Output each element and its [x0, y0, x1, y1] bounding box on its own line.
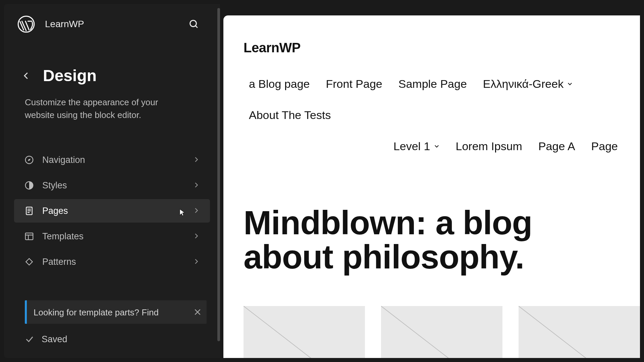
menu-item-label: Patterns — [42, 257, 193, 267]
menu-item-label: Styles — [42, 180, 193, 191]
notice-dismiss-button[interactable] — [192, 306, 203, 318]
back-button[interactable] — [19, 68, 34, 83]
menu-item-patterns[interactable]: Patterns — [14, 250, 210, 274]
panel-description: Customize the appearance of your website… — [4, 85, 192, 121]
preview-nav: a Blog page Front Page Sample Page Ελλην… — [223, 55, 626, 159]
menu-item-styles[interactable]: Styles — [14, 174, 210, 197]
nav-link-label: Front Page — [326, 71, 382, 97]
nav-link-submenu[interactable]: Level 1 — [385, 134, 448, 159]
nav-link-label: Ελληνικά-Greek — [483, 71, 564, 97]
nav-link-label: a Blog page — [249, 71, 310, 97]
preview-post-grid — [223, 274, 640, 358]
compass-icon — [23, 154, 35, 166]
panel-title: Design — [43, 66, 97, 85]
nav-link-label: Level 1 — [393, 134, 430, 159]
chevron-down-icon — [434, 143, 440, 149]
menu-item-pages[interactable]: Pages — [14, 199, 210, 223]
search-icon — [189, 19, 199, 29]
chevron-right-icon — [193, 232, 201, 240]
nav-link-label: Page A — [538, 134, 575, 159]
placeholder-icon — [244, 306, 365, 358]
chevron-right-icon — [193, 258, 201, 266]
notice-text: Looking for template parts? Find — [34, 307, 159, 317]
svg-line-2 — [196, 26, 198, 28]
check-icon — [25, 335, 35, 345]
nav-link[interactable]: Sample Page — [390, 71, 475, 97]
nav-link[interactable]: Page A — [530, 134, 583, 159]
diamond-icon — [23, 256, 35, 267]
svg-line-15 — [244, 306, 365, 358]
sidebar-scrollbar[interactable] — [217, 8, 220, 341]
menu-item-navigation[interactable]: Navigation — [14, 148, 210, 172]
contrast-icon — [23, 180, 35, 191]
layout-icon — [23, 231, 35, 242]
menu-item-label: Pages — [42, 206, 193, 216]
nav-link-label: About The Tests — [249, 103, 331, 128]
nav-link[interactable]: About The Tests — [241, 103, 339, 128]
sidebar-header: LearnWP — [4, 4, 220, 40]
nav-link-label: Page — [591, 134, 618, 159]
design-menu: Navigation Styles Pages — [4, 121, 220, 274]
svg-line-16 — [381, 306, 502, 358]
post-thumbnail-placeholder[interactable] — [519, 306, 640, 358]
panel-header: Design — [4, 40, 220, 85]
svg-rect-9 — [25, 233, 33, 240]
nav-link-label: Sample Page — [398, 71, 467, 97]
menu-item-label: Templates — [42, 231, 193, 242]
template-parts-notice: Looking for template parts? Find — [25, 300, 207, 324]
preview-hero-heading: Mindblown: a blog about philosophy. — [223, 159, 576, 274]
nav-link[interactable]: Lorem Ipsum — [448, 134, 530, 159]
svg-point-1 — [190, 20, 197, 27]
wordpress-logo-icon[interactable] — [17, 15, 35, 33]
site-editor-sidebar: LearnWP Design Customize the appearance … — [4, 4, 220, 358]
chevron-down-icon — [567, 81, 573, 87]
site-preview-frame[interactable]: LearnWP a Blog page Front Page Sample Pa… — [220, 4, 640, 358]
nav-link-submenu[interactable]: Ελληνικά-Greek — [475, 71, 581, 97]
post-thumbnail-placeholder[interactable] — [244, 306, 365, 358]
close-icon — [193, 308, 202, 316]
page-icon — [23, 205, 35, 217]
site-preview: LearnWP a Blog page Front Page Sample Pa… — [223, 15, 640, 358]
nav-link-label: Lorem Ipsum — [456, 134, 522, 159]
post-thumbnail-placeholder[interactable] — [381, 306, 502, 358]
chevron-right-icon — [193, 181, 201, 189]
nav-link[interactable]: Front Page — [318, 71, 390, 97]
placeholder-icon — [381, 306, 502, 358]
nav-link[interactable]: a Blog page — [241, 71, 318, 97]
chevron-right-icon — [193, 156, 201, 164]
sidebar-footer: Saved — [4, 324, 220, 358]
search-button[interactable] — [186, 16, 202, 32]
save-status: Saved — [42, 334, 67, 345]
chevron-left-icon — [21, 71, 31, 81]
svg-line-17 — [519, 306, 640, 358]
chevron-right-icon — [193, 207, 201, 215]
menu-item-templates[interactable]: Templates — [14, 225, 210, 248]
nav-link[interactable]: Page — [583, 134, 626, 159]
preview-site-title[interactable]: LearnWP — [223, 15, 640, 55]
svg-rect-12 — [26, 259, 32, 265]
site-name[interactable]: LearnWP — [45, 19, 176, 29]
menu-item-label: Navigation — [42, 155, 193, 165]
placeholder-icon — [519, 306, 640, 358]
